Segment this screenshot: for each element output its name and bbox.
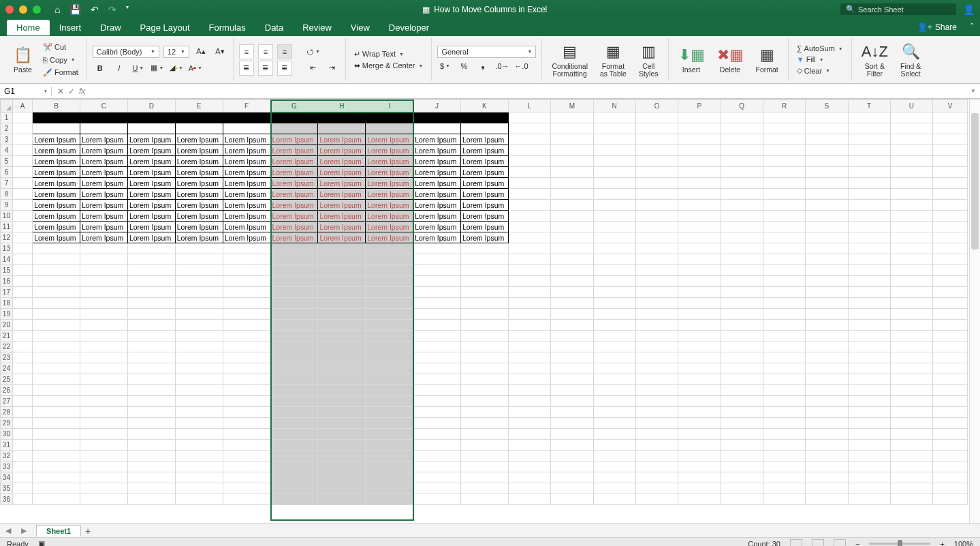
cell-S11[interactable] — [806, 222, 848, 232]
cell-R8[interactable] — [763, 189, 805, 200]
cell-T36[interactable] — [848, 494, 890, 505]
cell-K36[interactable] — [461, 494, 509, 505]
cell-E4[interactable]: Lorem Ipsum — [175, 145, 223, 156]
cell-L2[interactable] — [508, 123, 550, 134]
cell-O31[interactable] — [635, 440, 678, 451]
cell-R26[interactable] — [763, 385, 805, 396]
cell-G27[interactable] — [270, 396, 318, 407]
cell-F10[interactable]: Lorem Ipsum — [223, 211, 270, 222]
cell-styles-button[interactable]: ▥Cell Styles — [635, 40, 663, 79]
italic-button[interactable]: I — [112, 61, 127, 76]
row-header-33[interactable]: 33 — [1, 461, 13, 472]
cell-S28[interactable] — [806, 407, 848, 418]
cell-B23[interactable] — [33, 352, 80, 363]
cell-E3[interactable]: Lorem Ipsum — [175, 134, 223, 145]
column-header-J[interactable]: J — [413, 100, 461, 112]
cell-V32[interactable] — [933, 451, 968, 461]
cell-K25[interactable] — [461, 374, 509, 385]
cell-D6[interactable]: Lorem Ipsum — [127, 167, 175, 178]
cell-C22[interactable] — [80, 342, 128, 352]
cell-A10[interactable] — [12, 211, 32, 222]
cell-G1[interactable] — [270, 112, 318, 123]
row-header-34[interactable]: 34 — [1, 472, 13, 483]
cell-G23[interactable] — [270, 352, 318, 363]
cell-I13[interactable] — [366, 243, 413, 254]
cell-U26[interactable] — [890, 385, 932, 396]
cell-M26[interactable] — [551, 385, 593, 396]
cell-N29[interactable] — [593, 418, 635, 429]
increase-decimal-button[interactable]: .0→ — [494, 59, 509, 74]
cell-G19[interactable] — [270, 309, 318, 320]
cell-V24[interactable] — [933, 363, 968, 374]
cell-A3[interactable] — [12, 134, 32, 145]
row-header-17[interactable]: 17 — [1, 287, 13, 298]
cell-P22[interactable] — [678, 342, 721, 352]
cell-E21[interactable] — [175, 331, 223, 342]
cell-D18[interactable] — [127, 298, 175, 309]
cell-B25[interactable] — [33, 374, 80, 385]
cell-G34[interactable] — [270, 472, 318, 483]
cell-Q18[interactable] — [721, 298, 763, 309]
cell-F27[interactable] — [223, 396, 270, 407]
cell-K20[interactable] — [461, 320, 509, 331]
cell-O8[interactable] — [635, 189, 678, 200]
cell-V11[interactable] — [933, 222, 968, 232]
cell-A12[interactable] — [12, 232, 32, 243]
cell-F22[interactable] — [223, 342, 270, 352]
cell-V17[interactable] — [933, 287, 968, 298]
cell-K16[interactable] — [461, 276, 509, 287]
cell-U32[interactable] — [890, 451, 932, 461]
cell-D8[interactable]: Lorem Ipsum — [127, 189, 175, 200]
cell-O32[interactable] — [635, 451, 678, 461]
cell-G26[interactable] — [270, 385, 318, 396]
cell-T13[interactable] — [848, 243, 890, 254]
cell-G13[interactable] — [270, 243, 318, 254]
column-header-O[interactable]: O — [635, 100, 678, 112]
cell-V26[interactable] — [933, 385, 968, 396]
currency-button[interactable]: $▼ — [437, 59, 452, 74]
cell-N25[interactable] — [593, 374, 635, 385]
cell-F17[interactable] — [223, 287, 270, 298]
cell-U5[interactable] — [890, 156, 932, 167]
cell-Q30[interactable] — [721, 429, 763, 440]
name-box[interactable]: G1▾ — [0, 87, 52, 96]
cell-F31[interactable] — [223, 440, 270, 451]
cell-N19[interactable] — [593, 309, 635, 320]
cell-N18[interactable] — [593, 298, 635, 309]
cell-S12[interactable] — [806, 232, 848, 243]
row-header-19[interactable]: 19 — [1, 309, 13, 320]
cell-A13[interactable] — [12, 243, 32, 254]
cell-H9[interactable]: Lorem Ipsum — [318, 200, 366, 211]
cell-F12[interactable]: Lorem Ipsum — [223, 232, 270, 243]
cell-P21[interactable] — [678, 331, 721, 342]
clear-button[interactable]: ◇Clear▼ — [794, 65, 846, 76]
row-header-26[interactable]: 26 — [1, 385, 13, 396]
cell-G4[interactable]: Lorem Ipsum — [270, 145, 318, 156]
column-header-D[interactable]: D — [127, 100, 175, 112]
cell-H11[interactable]: Lorem Ipsum — [318, 222, 366, 232]
cell-I33[interactable] — [366, 461, 413, 472]
cell-O36[interactable] — [635, 494, 678, 505]
cell-C6[interactable]: Lorem Ipsum — [80, 167, 128, 178]
cell-J27[interactable] — [413, 396, 461, 407]
cell-E7[interactable]: Lorem Ipsum — [175, 178, 223, 189]
cell-Q34[interactable] — [721, 472, 763, 483]
cell-Q19[interactable] — [721, 309, 763, 320]
cell-E10[interactable]: Lorem Ipsum — [175, 211, 223, 222]
cell-F2[interactable] — [223, 123, 270, 134]
cell-H21[interactable] — [318, 331, 366, 342]
cell-F30[interactable] — [223, 429, 270, 440]
cell-Q25[interactable] — [721, 374, 763, 385]
cell-G35[interactable] — [270, 483, 318, 494]
cell-Q4[interactable] — [721, 145, 763, 156]
cell-V2[interactable] — [933, 123, 968, 134]
cell-I17[interactable] — [366, 287, 413, 298]
cell-H14[interactable] — [318, 254, 366, 265]
cell-H26[interactable] — [318, 385, 366, 396]
cell-Q3[interactable] — [721, 134, 763, 145]
cell-O14[interactable] — [635, 254, 678, 265]
cell-S33[interactable] — [806, 461, 848, 472]
cell-J13[interactable] — [413, 243, 461, 254]
cell-O22[interactable] — [635, 342, 678, 352]
cell-H34[interactable] — [318, 472, 366, 483]
